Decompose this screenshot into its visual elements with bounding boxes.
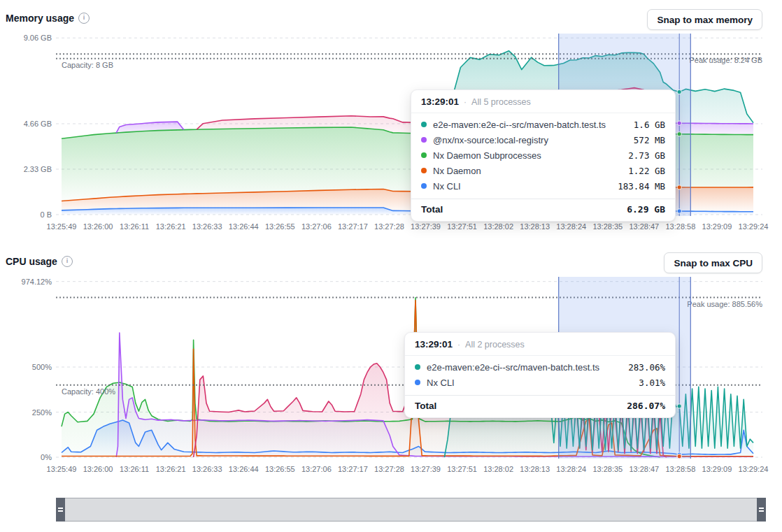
x-tick-label: 13:28:35	[592, 465, 623, 473]
y-tick-label: 250%	[32, 408, 52, 417]
tooltip-row: Nx CLI 3.01%	[415, 375, 665, 390]
cpu-info-icon[interactable]: i	[62, 256, 73, 267]
x-tick-label: 13:28:47	[629, 465, 659, 473]
tooltip-row: e2e-maven:e2e-ci--src/maven-batch.test.t…	[415, 359, 665, 375]
peak-label: Peak usage: 8.24 GB	[689, 56, 762, 64]
tooltip-process-count: All 5 processes	[471, 97, 531, 107]
x-tick-label: 13:26:11	[120, 465, 149, 473]
x-tick-label: 13:29:09	[702, 222, 732, 231]
process-value: 1.6 GB	[634, 120, 665, 130]
x-tick-label: 13:25:49	[47, 222, 77, 231]
process-name: Nx CLI	[427, 378, 639, 388]
x-tick-label: 13:26:21	[156, 222, 186, 231]
hover-marker-nx_daemon	[677, 185, 681, 189]
process-value: 283.06%	[628, 362, 665, 373]
total-label: Total	[415, 401, 627, 411]
x-tick-label: 13:29:24	[739, 222, 769, 231]
total-value: 286.07%	[627, 401, 665, 411]
tooltip-row: Nx Daemon Subprocesses 2.73 GB	[421, 148, 665, 163]
timeline-brush[interactable]	[56, 498, 766, 522]
brush-handle-left[interactable]	[56, 498, 65, 522]
grip-icon	[58, 508, 63, 509]
x-tick-label: 13:28:24	[556, 222, 586, 231]
series-color-dot	[421, 152, 427, 158]
process-name: Nx Daemon	[433, 166, 628, 176]
series-color-dot	[421, 122, 427, 127]
memory-tooltip-header: 13:29:01 · All 5 processes	[411, 90, 675, 113]
snap-to-max-cpu-button[interactable]: Snap to max CPU	[664, 252, 762, 273]
process-name: e2e-maven:e2e-ci--src/maven-batch.test.t…	[433, 120, 634, 130]
y-tick-label: 2.33 GB	[24, 165, 52, 173]
x-tick-label: 13:26:55	[265, 222, 295, 231]
memory-chart-title: Memory usage	[6, 13, 74, 24]
x-tick-label: 13:26:00	[83, 222, 113, 231]
x-tick-label: 13:27:28	[374, 222, 404, 231]
tooltip-time: 13:29:01	[421, 96, 459, 107]
process-value: 1.22 GB	[628, 166, 665, 176]
tooltip-total-row: Total 6.29 GB	[411, 199, 675, 221]
tooltip-row: e2e-maven:e2e-ci--src/maven-batch.test.t…	[421, 117, 665, 132]
series-color-dot	[421, 183, 427, 189]
x-tick-label: 13:28:24	[556, 465, 586, 473]
total-label: Total	[421, 204, 627, 215]
capacity-label: Capacity: 400%	[62, 387, 115, 396]
series-color-dot	[421, 168, 427, 173]
x-tick-label: 13:28:02	[483, 465, 513, 473]
process-value: 3.01%	[639, 378, 665, 388]
x-tick-label: 13:28:58	[665, 222, 695, 231]
hover-marker-e2e_maven	[677, 404, 681, 408]
x-tick-label: 13:27:06	[301, 465, 332, 473]
grip-icon	[759, 508, 764, 509]
x-tick-label: 13:27:17	[338, 465, 368, 473]
tooltip-separator: ·	[457, 340, 460, 350]
hover-marker-nx_daemon	[677, 454, 681, 459]
hover-marker-nx_daemon_sub	[677, 132, 681, 136]
hover-marker-local_registry	[677, 121, 681, 125]
y-tick-label: 0%	[41, 453, 52, 461]
brush-handle-right[interactable]	[757, 498, 766, 522]
x-tick-label: 13:29:09	[702, 465, 732, 473]
x-tick-label: 13:28:13	[520, 222, 550, 231]
x-tick-label: 13:27:39	[411, 465, 441, 473]
cpu-chart-title: CPU usage	[6, 256, 57, 267]
x-tick-label: 13:28:13	[520, 465, 550, 473]
tooltip-time: 13:29:01	[415, 339, 453, 350]
tooltip-separator: ·	[464, 97, 467, 107]
y-tick-label: 0 B	[40, 210, 52, 219]
memory-chart-header: Memory usage i	[6, 13, 90, 24]
cpu-tooltip: 13:29:01 · All 2 processes e2e-maven:e2e…	[404, 332, 676, 418]
x-tick-label: 13:28:02	[483, 222, 513, 231]
peak-label: Peak usage: 885.56%	[687, 300, 762, 308]
x-tick-label: 13:26:33	[192, 465, 222, 473]
x-tick-label: 13:28:35	[592, 222, 623, 231]
process-name: Nx Daemon Subprocesses	[433, 150, 628, 161]
x-tick-label: 13:26:44	[229, 222, 259, 231]
process-name: Nx CLI	[433, 181, 618, 192]
x-tick-label: 13:28:58	[665, 465, 695, 473]
process-value: 183.84 MB	[618, 181, 665, 192]
x-tick-label: 13:29:24	[739, 465, 769, 473]
tooltip-row: Nx CLI 183.84 MB	[421, 178, 665, 194]
y-tick-label: 500%	[32, 363, 52, 371]
process-name: e2e-maven:e2e-ci--src/maven-batch.test.t…	[427, 362, 628, 373]
x-tick-label: 13:26:11	[120, 222, 149, 231]
nx-profiler-page: 9.06 GB4.66 GB2.33 GB0 BCapacity: 8 GBPe…	[0, 0, 782, 532]
total-value: 6.29 GB	[627, 204, 665, 215]
x-tick-label: 13:26:55	[265, 465, 295, 473]
x-tick-label: 13:25:49	[47, 465, 77, 473]
memory-info-icon[interactable]: i	[78, 13, 90, 24]
capacity-label: Capacity: 8 GB	[62, 61, 113, 69]
y-tick-label: 4.66 GB	[24, 120, 52, 128]
x-tick-label: 13:27:51	[447, 465, 477, 473]
series-color-dot	[421, 137, 427, 143]
memory-tooltip: 13:29:01 · All 5 processes e2e-maven:e2e…	[411, 89, 676, 222]
tooltip-total-row: Total 286.07%	[405, 395, 675, 417]
x-tick-label: 13:27:28	[374, 465, 404, 473]
x-tick-label: 13:27:06	[301, 222, 332, 231]
series-color-dot	[415, 364, 420, 370]
cpu-chart-header: CPU usage i	[6, 256, 73, 267]
snap-to-max-memory-button[interactable]: Snap to max memory	[647, 9, 762, 30]
x-tick-label: 13:26:00	[83, 465, 113, 473]
x-tick-label: 13:27:39	[411, 222, 441, 231]
tooltip-row: @nx/nx-source:local-registry 572 MB	[421, 132, 665, 148]
